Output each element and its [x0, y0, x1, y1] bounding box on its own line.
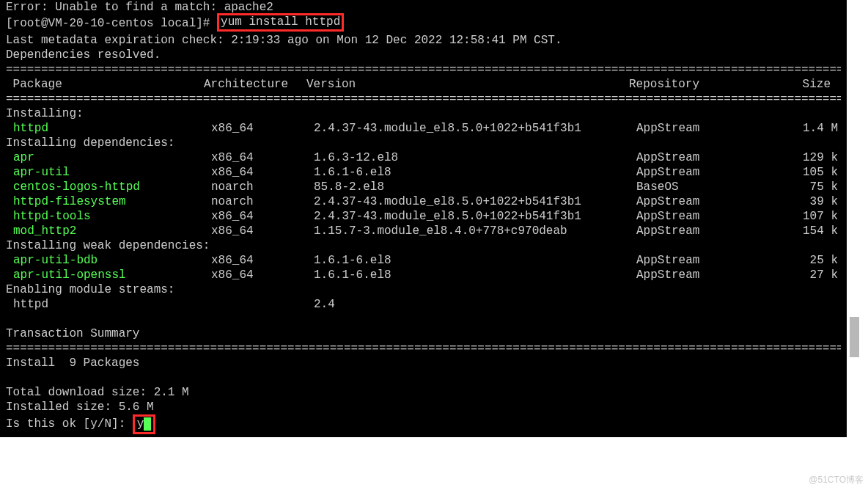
separator: ========================================…	[6, 341, 841, 356]
table-row: apr-util-bdbx86_641.6.1-6.el8AppStream25…	[6, 253, 841, 268]
section-deps: Installing dependencies:	[6, 136, 841, 150]
pkg-repo: AppStream	[636, 253, 772, 268]
table-row: httpd-filesystemnoarch2.4.37-43.module_e…	[6, 194, 841, 209]
pkg-ver: 1.15.7-3.module_el8.4.0+778+c970deab	[314, 224, 636, 238]
deps-resolved-line: Dependencies resolved.	[6, 48, 841, 62]
pkg-size	[772, 297, 838, 312]
pkg-ver: 2.4.37-43.module_el8.5.0+1022+b541f3b1	[314, 209, 636, 224]
table-row: apr-utilx86_641.6.1-6.el8AppStream105 k	[6, 165, 841, 180]
pkg-arch: x86_64	[211, 209, 314, 224]
pkg-arch: noarch	[211, 194, 314, 209]
command-text: yum install httpd	[221, 15, 340, 29]
pkg-ver: 2.4.37-43.module_el8.5.0+1022+b541f3b1	[314, 194, 636, 209]
pkg-size: 105 k	[772, 165, 838, 180]
blank-line	[6, 312, 841, 326]
pkg-arch: x86_64	[211, 268, 314, 282]
pkg-ver: 1.6.1-6.el8	[314, 268, 636, 282]
pkg-repo	[636, 297, 772, 312]
section-weak: Installing weak dependencies:	[6, 238, 841, 253]
confirm-line: Is this ok [y/N]: y	[6, 414, 841, 434]
pkg-ver: 1.6.1-6.el8	[314, 165, 636, 180]
pkg-size: 1.4 M	[772, 121, 838, 136]
pkg-repo: AppStream	[636, 150, 772, 165]
separator: ========================================…	[6, 62, 841, 77]
install-count: Install 9 Packages	[6, 356, 841, 370]
pkg-repo: AppStream	[636, 268, 772, 282]
pkg-name: httpd-tools	[6, 209, 211, 224]
section-installing: Installing:	[6, 106, 841, 121]
scrollbar-thumb[interactable]	[850, 317, 859, 357]
terminal-window[interactable]: Error: Unable to find a match: apache2 […	[0, 0, 847, 437]
header-package: Package	[6, 77, 204, 92]
pkg-repo: AppStream	[636, 165, 772, 180]
table-row: mod_http2x86_641.15.7-3.module_el8.4.0+7…	[6, 224, 841, 238]
pkg-size: 27 k	[772, 268, 838, 282]
pkg-size: 129 k	[772, 150, 838, 165]
pkg-name: apr	[6, 150, 211, 165]
pkg-size: 107 k	[772, 209, 838, 224]
header-version: Version	[306, 77, 629, 92]
pkg-repo: AppStream	[636, 121, 772, 136]
pkg-arch: noarch	[211, 180, 314, 194]
transaction-summary: Transaction Summary	[6, 326, 841, 341]
table-row: httpd x86_64 2.4.37-43.module_el8.5.0+10…	[6, 121, 841, 136]
pkg-arch: x86_64	[211, 121, 314, 136]
header-size: Size	[765, 77, 831, 92]
blank-line	[6, 370, 841, 385]
input-highlight: y	[133, 414, 156, 434]
pkg-arch: x86_64	[211, 165, 314, 180]
pkg-repo: AppStream	[636, 224, 772, 238]
table-header: Package Architecture Version Repository …	[6, 77, 841, 92]
table-row: httpd2.4	[6, 297, 841, 312]
pkg-name: httpd	[6, 121, 211, 136]
header-arch: Architecture	[204, 77, 306, 92]
pkg-ver: 1.6.1-6.el8	[314, 253, 636, 268]
shell-prompt: [root@VM-20-10-centos local]#	[6, 17, 217, 30]
pkg-name: apr-util	[6, 165, 211, 180]
table-row: centos-logos-httpdnoarch85.8-2.el8BaseOS…	[6, 180, 841, 194]
pkg-size: 25 k	[772, 253, 838, 268]
error-line: Error: Unable to find a match: apache2	[6, 0, 841, 15]
pkg-size: 154 k	[772, 224, 838, 238]
pkg-repo: AppStream	[636, 209, 772, 224]
pkg-arch: x86_64	[211, 150, 314, 165]
pkg-arch: x86_64	[211, 253, 314, 268]
pkg-ver: 85.8-2.el8	[314, 180, 636, 194]
installed-size: Installed size: 5.6 M	[6, 400, 841, 414]
pkg-size: 39 k	[772, 194, 838, 209]
pkg-arch	[211, 297, 314, 312]
pkg-ver: 2.4	[314, 297, 636, 312]
pkg-repo: AppStream	[636, 194, 772, 209]
table-row: apr-util-opensslx86_641.6.1-6.el8AppStre…	[6, 268, 841, 282]
pkg-arch: x86_64	[211, 224, 314, 238]
separator: ========================================…	[6, 92, 841, 106]
pkg-name: apr-util-bdb	[6, 253, 211, 268]
pkg-name: apr-util-openssl	[6, 268, 211, 282]
pkg-name: httpd-filesystem	[6, 194, 211, 209]
prompt-line: [root@VM-20-10-centos local]# yum instal…	[6, 15, 841, 33]
pkg-name: mod_http2	[6, 224, 211, 238]
cursor	[144, 417, 151, 431]
table-row: httpd-toolsx86_642.4.37-43.module_el8.5.…	[6, 209, 841, 224]
pkg-ver: 1.6.3-12.el8	[314, 150, 636, 165]
section-module: Enabling module streams:	[6, 282, 841, 297]
confirm-input[interactable]: y	[137, 417, 144, 431]
command-highlight: yum install httpd	[217, 13, 344, 32]
pkg-ver: 2.4.37-43.module_el8.5.0+1022+b541f3b1	[314, 121, 636, 136]
download-size: Total download size: 2.1 M	[6, 385, 841, 400]
pkg-name: httpd	[6, 297, 211, 312]
pkg-repo: BaseOS	[636, 180, 772, 194]
pkg-size: 75 k	[772, 180, 838, 194]
pkg-name: centos-logos-httpd	[6, 180, 211, 194]
confirm-text: Is this ok [y/N]:	[6, 417, 133, 431]
header-repo: Repository	[629, 77, 765, 92]
metadata-line: Last metadata expiration check: 2:19:33 …	[6, 33, 841, 48]
table-row: aprx86_641.6.3-12.el8AppStream129 k	[6, 150, 841, 165]
